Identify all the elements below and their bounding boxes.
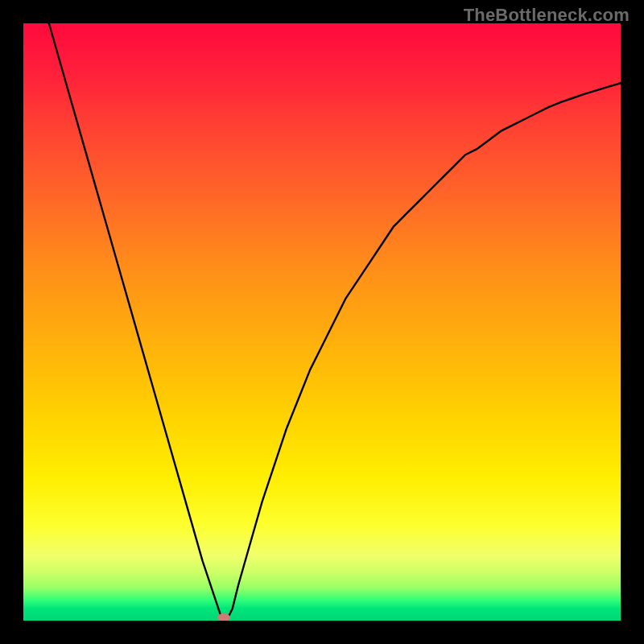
minimum-marker (217, 613, 230, 621)
watermark-text: TheBottleneck.com (464, 5, 630, 26)
plot-area (23, 23, 621, 621)
chart-frame: TheBottleneck.com (0, 0, 644, 644)
bottleneck-curve (23, 23, 621, 621)
